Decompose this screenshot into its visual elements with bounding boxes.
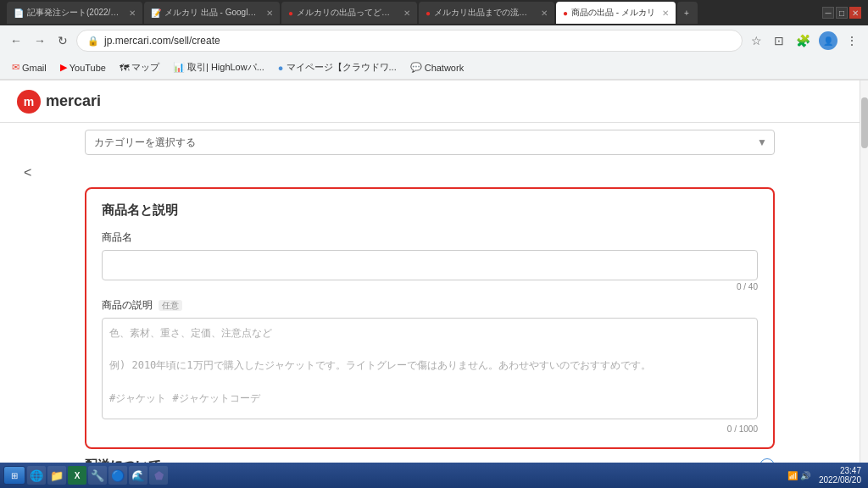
minimize-button[interactable]: ─ [822, 7, 834, 19]
bookmark-mypage[interactable]: ● マイページ【クラウドワ... [273, 59, 402, 75]
section-title: 商品名と説明 [102, 202, 758, 219]
product-name-char-count: 0 / 40 [102, 282, 758, 291]
back-section: < [17, 162, 843, 184]
mercari-logo-text: mercari [46, 92, 101, 110]
product-name-label: 商品名 [102, 230, 758, 245]
description-char-count: 0 / 1000 [102, 424, 758, 434]
tab2-title: メルカリ 出品 - Google ドキュメ... [164, 7, 259, 19]
tab2-favicon: 📝 [151, 8, 161, 18]
category-dropdown-text: カテゴリーを選択する [94, 136, 196, 150]
tab4-close[interactable]: ✕ [541, 8, 548, 18]
product-section-card: 商品名と説明 商品名 0 / 40 商品の説明 任意 色、素材、重さ、定価、注意… [85, 187, 775, 449]
taskbar-files[interactable]: 📁 [47, 466, 66, 485]
bookmark-chatwork[interactable]: 💬 Chatwork [405, 60, 469, 75]
bookmark-gmail[interactable]: ✉ Gmail [7, 60, 52, 75]
youtube-icon: ▶ [60, 62, 67, 73]
browser-tabs: 📄 記事発注シート(2022/08/01-... ✕ 📝 メルカリ 出品 - G… [7, 2, 822, 24]
new-tab-button[interactable]: + [677, 2, 698, 24]
volume-icon: 🔊 [800, 471, 810, 480]
tab1-favicon: 📄 [14, 8, 24, 18]
mercari-logo: m mercari [17, 90, 101, 114]
category-dropdown[interactable]: カテゴリーを選択する ▼ [85, 130, 775, 155]
bookmark-maps[interactable]: 🗺 マップ [114, 59, 164, 75]
bookmark-trading[interactable]: 📊 取引| HighLowパ... [168, 59, 270, 75]
tab5-title: 商品の出品 - メルカリ [571, 7, 655, 19]
taskbar-chrome[interactable]: 🔵 [108, 466, 127, 485]
taskbar-teams[interactable]: ⬟ [149, 466, 168, 485]
tab5-favicon: ● [563, 8, 568, 18]
tab4-favicon: ● [426, 8, 431, 18]
extension-button[interactable]: 🧩 [793, 32, 814, 49]
description-textarea[interactable]: 色、素材、重さ、定価、注意点など 例) 2010年頃に1万円で購入したジャケット… [102, 318, 758, 419]
taskbar-edge[interactable]: 🌊 [129, 466, 147, 485]
tab4-title: メルカリ出品までの流れ・売り方... [434, 7, 534, 19]
taskbar-time: 23:47 2022/08/20 [815, 466, 865, 485]
description-field-group: 商品の説明 任意 色、素材、重さ、定価、注意点など 例) 2010年頃に1万円で… [102, 298, 758, 434]
tab-4[interactable]: ● メルカリ出品までの流れ・売り方... ✕ [419, 2, 554, 24]
bookmarks-bar: ✉ Gmail ▶ YouTube 🗺 マップ 📊 取引| HighLowパ..… [0, 56, 868, 80]
tab2-close[interactable]: ✕ [266, 8, 273, 18]
lock-icon: 🔒 [87, 36, 99, 47]
tab-3[interactable]: ● メルカリの出品ってどうやるの？初... ✕ [281, 2, 417, 24]
tab1-close[interactable]: ✕ [129, 8, 136, 18]
back-nav-button[interactable]: ← [7, 32, 25, 49]
system-tray: 📶 🔊 [787, 471, 810, 480]
tab3-close[interactable]: ✕ [403, 8, 410, 18]
tab3-favicon: ● [288, 8, 293, 18]
maps-icon: 🗺 [120, 63, 129, 73]
mercari-logo-icon: m [17, 90, 41, 114]
taskbar-ie[interactable]: 🌐 [27, 466, 46, 485]
gmail-icon: ✉ [12, 62, 19, 73]
chatwork-icon: 💬 [410, 62, 422, 73]
trading-icon: 📊 [173, 62, 185, 73]
back-button[interactable]: < [17, 162, 38, 184]
reload-button[interactable]: ↻ [54, 32, 71, 49]
scrollbar-thumb[interactable] [861, 97, 868, 148]
nav-bar: ← → ↻ 🔒 jp.mercari.com/sell/create ☆ ⊡ 🧩… [0, 25, 868, 56]
windows-icon: ⊞ [11, 471, 18, 480]
tab5-close[interactable]: ✕ [662, 8, 669, 18]
close-button[interactable]: ✕ [849, 7, 861, 19]
bookmark-button[interactable]: ☆ [748, 32, 765, 49]
address-bar[interactable]: 🔒 jp.mercari.com/sell/create [76, 30, 743, 52]
window-controls: ─ □ ✕ [822, 7, 861, 19]
network-icon: 📶 [787, 471, 798, 480]
taskbar-app4[interactable]: 🔧 [88, 466, 107, 485]
bookmark-youtube[interactable]: ▶ YouTube [55, 60, 111, 75]
page-main: m mercari カテゴリーを選択する ▼ < 商品名と説明 商品名 0 / … [0, 80, 860, 463]
start-button[interactable]: ⊞ [3, 466, 25, 485]
description-label: 商品の説明 [102, 299, 153, 311]
product-name-input[interactable] [102, 250, 758, 280]
tab-2[interactable]: 📝 メルカリ 出品 - Google ドキュメ... ✕ [144, 2, 280, 24]
browser-chrome: ← → ↻ 🔒 jp.mercari.com/sell/create ☆ ⊡ 🧩… [0, 25, 868, 80]
taskbar: ⊞ 🌐 📁 X 🔧 🔵 🌊 ⬟ 📶 🔊 23:47 2022/08/20 [0, 463, 868, 488]
screenshot-button[interactable]: ⊡ [771, 32, 787, 49]
menu-button[interactable]: ⋮ [843, 32, 861, 49]
title-bar: 📄 記事発注シート(2022/08/01-... ✕ 📝 メルカリ 出品 - G… [0, 0, 868, 25]
form-area: カテゴリーを選択する ▼ < 商品名と説明 商品名 0 / 40 商品の説明 任… [0, 123, 860, 463]
optional-badge: 任意 [159, 300, 182, 311]
tab-1[interactable]: 📄 記事発注シート(2022/08/01-... ✕ [7, 2, 142, 24]
address-text: jp.mercari.com/sell/create [104, 35, 220, 47]
mypage-icon: ● [278, 63, 284, 73]
taskbar-excel[interactable]: X [68, 466, 86, 485]
page-content: m mercari カテゴリーを選択する ▼ < 商品名と説明 商品名 0 / … [0, 80, 868, 463]
tab-5[interactable]: ● 商品の出品 - メルカリ ✕ [556, 2, 676, 24]
scrollbar[interactable] [860, 80, 868, 463]
mercari-header: m mercari [0, 80, 860, 123]
forward-nav-button[interactable]: → [31, 32, 49, 49]
dropdown-arrow-icon: ▼ [757, 136, 767, 148]
maximize-button[interactable]: □ [836, 7, 848, 19]
tab1-title: 記事発注シート(2022/08/01-... [27, 7, 122, 19]
profile-button[interactable]: 👤 [819, 31, 837, 50]
description-label-row: 商品の説明 任意 [102, 298, 758, 313]
tab3-title: メルカリの出品ってどうやるの？初... [297, 7, 397, 19]
